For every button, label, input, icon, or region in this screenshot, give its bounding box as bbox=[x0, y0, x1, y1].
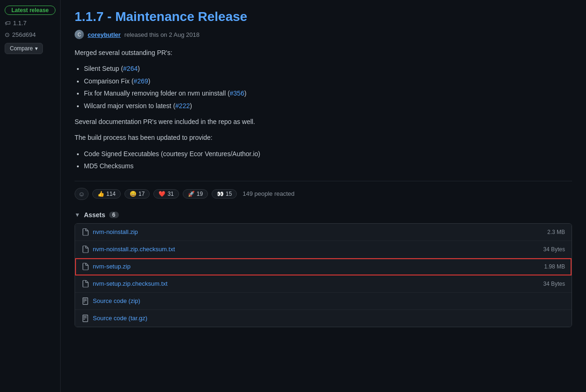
thumbsup-emoji: 👍 bbox=[97, 191, 104, 197]
list-item: Comparison Fix (#269) bbox=[84, 76, 572, 86]
smile-emoji: 😄 bbox=[130, 191, 137, 197]
asset-row: nvm-noinstall.zip.checksum.txt 34 Bytes bbox=[75, 241, 572, 258]
assets-section: ▼ Assets 6 nvm-noinstall.zip 2.3 MB bbox=[75, 211, 572, 327]
asset-row: Source code (zip) bbox=[75, 293, 572, 310]
release-author[interactable]: coreybutler bbox=[88, 31, 121, 38]
source-icon bbox=[82, 315, 89, 322]
assets-chevron-icon: ▼ bbox=[75, 212, 80, 218]
assets-title: Assets bbox=[84, 211, 105, 219]
asset-size: 34 Bytes bbox=[543, 246, 565, 253]
zip-icon bbox=[82, 246, 89, 253]
list-item: Fix for Manually removing folder on nvm … bbox=[84, 88, 572, 98]
avatar: C bbox=[75, 30, 84, 39]
sidebar-tag: 🏷 1.1.7 bbox=[5, 20, 55, 27]
release-body: Merged several outstanding PR's: Silent … bbox=[75, 48, 572, 172]
tag-icon: 🏷 bbox=[5, 20, 11, 27]
zip-icon bbox=[82, 280, 89, 288]
build-list: Code Signed Executables (courtesy Ecor V… bbox=[84, 149, 572, 172]
asset-size: 2.3 MB bbox=[547, 229, 565, 235]
source-code-zip-link[interactable]: Source code (zip) bbox=[93, 297, 140, 304]
list-item: Silent Setup (#264) bbox=[84, 63, 572, 74]
commit-hash: 256d694 bbox=[12, 31, 36, 38]
asset-row: nvm-noinstall.zip 2.3 MB bbox=[75, 224, 572, 241]
tag-version: 1.1.7 bbox=[13, 20, 27, 27]
sidebar-commit: ⊙ 256d694 bbox=[5, 31, 55, 38]
asset-left: nvm-noinstall.zip bbox=[82, 228, 138, 236]
add-reaction-button[interactable]: ☺ bbox=[75, 188, 89, 200]
reaction-rocket[interactable]: 🚀 19 bbox=[183, 189, 208, 199]
eyes-emoji: 👀 bbox=[217, 191, 224, 197]
source-icon bbox=[82, 297, 89, 305]
compare-chevron-icon: ▾ bbox=[35, 45, 38, 52]
asset-left: Source code (tar.gz) bbox=[82, 315, 147, 322]
asset-left: nvm-setup.zip bbox=[82, 263, 131, 270]
asset-row-highlighted: nvm-setup.zip 1.98 MB bbox=[75, 258, 572, 275]
list-item: MD5 Checksums bbox=[84, 161, 572, 171]
zip-icon bbox=[82, 228, 89, 236]
asset-row: Source code (tar.gz) bbox=[75, 310, 572, 327]
rocket-emoji: 🚀 bbox=[188, 191, 195, 197]
reaction-heart[interactable]: ❤️ 31 bbox=[153, 189, 179, 199]
asset-size: 1.98 MB bbox=[544, 263, 565, 270]
assets-header[interactable]: ▼ Assets 6 bbox=[75, 211, 572, 219]
reaction-thumbsup[interactable]: 👍 114 bbox=[92, 189, 121, 199]
asset-left: Source code (zip) bbox=[82, 297, 140, 305]
assets-count: 6 bbox=[109, 212, 119, 218]
asset-row: nvm-setup.zip.checksum.txt 34 Bytes bbox=[75, 275, 572, 293]
thumbsup-count: 114 bbox=[106, 191, 116, 197]
pr-list: Silent Setup (#264) Comparison Fix (#269… bbox=[84, 63, 572, 111]
pr-link-356[interactable]: #356 bbox=[230, 89, 244, 97]
asset-link[interactable]: nvm-noinstall.zip.checksum.txt bbox=[93, 246, 175, 253]
zip-icon bbox=[82, 263, 89, 270]
compare-button[interactable]: Compare ▾ bbox=[5, 43, 43, 54]
pr-link-222[interactable]: #222 bbox=[175, 102, 190, 110]
latest-release-badge: Latest release bbox=[5, 6, 55, 15]
pr-link-269[interactable]: #269 bbox=[134, 77, 148, 85]
list-item: Wilcard major version to latest (#222) bbox=[84, 101, 572, 111]
compare-label: Compare bbox=[10, 45, 33, 52]
reaction-smile[interactable]: 😄 17 bbox=[124, 189, 150, 199]
asset-link[interactable]: nvm-setup.zip.checksum.txt bbox=[93, 280, 167, 287]
main-content: 1.1.7 - Maintenance Release C coreybutle… bbox=[61, 0, 586, 392]
doc-note: Several documentation PR's were included… bbox=[75, 117, 572, 127]
heart-count: 31 bbox=[167, 191, 173, 197]
heart-emoji: ❤️ bbox=[159, 191, 165, 197]
rocket-count: 19 bbox=[197, 191, 203, 197]
release-meta: C coreybutler released this on 2 Aug 201… bbox=[75, 30, 572, 39]
release-date: released this on 2 Aug 2018 bbox=[124, 31, 200, 38]
asset-link-nvm-setup[interactable]: nvm-setup.zip bbox=[93, 263, 131, 270]
pr-link-264[interactable]: #264 bbox=[123, 65, 138, 72]
asset-size: 34 Bytes bbox=[543, 281, 565, 287]
reaction-eyes[interactable]: 👀 15 bbox=[212, 189, 237, 199]
build-note: The build process has been updated to pr… bbox=[75, 132, 572, 143]
asset-left: nvm-setup.zip.checksum.txt bbox=[82, 280, 167, 288]
reactions-summary: 149 people reacted bbox=[242, 190, 294, 197]
eyes-count: 15 bbox=[226, 191, 232, 197]
smile-count: 17 bbox=[138, 191, 145, 197]
intro-text: Merged several outstanding PR's: bbox=[75, 48, 572, 58]
assets-list: nvm-noinstall.zip 2.3 MB nvm-noinstall.z… bbox=[75, 223, 572, 327]
source-code-targz-link[interactable]: Source code (tar.gz) bbox=[93, 315, 147, 322]
list-item: Code Signed Executables (courtesy Ecor V… bbox=[84, 149, 572, 159]
release-title: 1.1.7 - Maintenance Release bbox=[75, 9, 572, 24]
asset-link[interactable]: nvm-noinstall.zip bbox=[93, 228, 138, 235]
reactions-section: ☺ 👍 114 😄 17 ❤️ 31 🚀 19 👀 15 149 people … bbox=[75, 181, 572, 200]
asset-left: nvm-noinstall.zip.checksum.txt bbox=[82, 246, 175, 253]
sidebar: Latest release 🏷 1.1.7 ⊙ 256d694 Compare… bbox=[0, 0, 61, 392]
commit-icon: ⊙ bbox=[5, 31, 10, 38]
